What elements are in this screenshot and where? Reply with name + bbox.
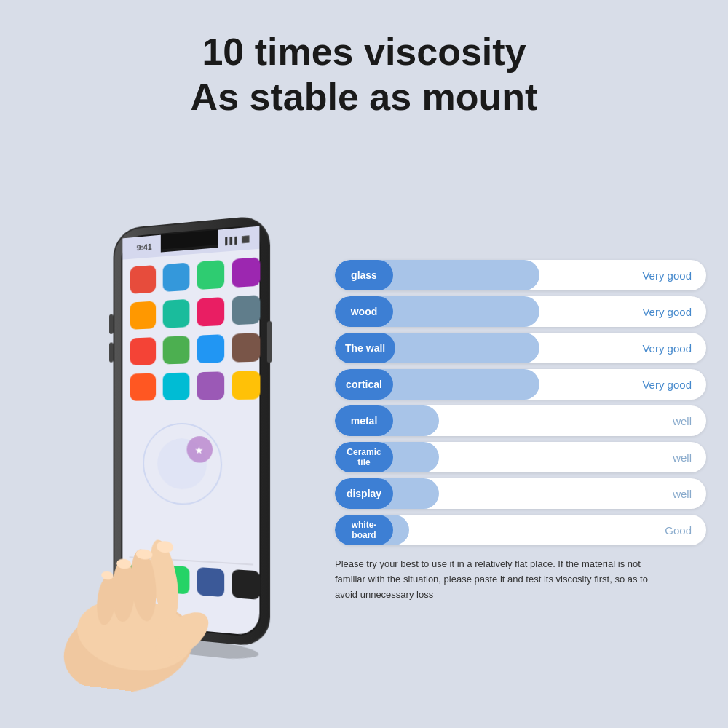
bar-container-4: metalwell: [335, 405, 706, 436]
bar-label-4: metal: [335, 405, 393, 436]
chart-section: glassVery goodwoodVery goodThe wallVery …: [328, 142, 706, 713]
svg-rect-21: [232, 333, 260, 363]
bar-value-3: Very good: [642, 379, 706, 391]
svg-text:★: ★: [194, 445, 203, 456]
svg-rect-19: [163, 336, 190, 365]
bar-row-7: white-boardGood: [335, 515, 706, 545]
bar-label-0: glass: [335, 260, 393, 290]
hand-illustration: [43, 489, 263, 708]
svg-rect-13: [232, 258, 260, 288]
bar-value-1: Very good: [642, 306, 706, 318]
header-section: 10 times viscosity As stable as mount: [191, 0, 538, 135]
bar-container-2: The wallVery good: [335, 333, 706, 363]
bar-row-2: The wallVery good: [335, 333, 706, 363]
bar-container-5: Ceramictilewell: [335, 442, 706, 472]
title-line2: As stable as mount: [191, 76, 538, 118]
main-title: 10 times viscosity As stable as mount: [191, 29, 538, 120]
bar-row-6: displaywell: [335, 478, 706, 509]
svg-rect-24: [197, 372, 224, 400]
svg-rect-17: [232, 296, 260, 325]
bar-row-3: corticalVery good: [335, 369, 706, 400]
svg-rect-18: [130, 337, 157, 365]
svg-rect-20: [197, 335, 224, 364]
svg-rect-15: [163, 299, 190, 328]
bar-value-0: Very good: [642, 269, 706, 282]
svg-rect-22: [130, 373, 157, 401]
svg-rect-35: [109, 314, 113, 334]
bar-value-6: well: [673, 488, 706, 500]
bar-row-0: glassVery good: [335, 260, 706, 290]
bar-value-7: Good: [665, 524, 706, 537]
svg-rect-11: [163, 263, 190, 293]
bar-container-1: woodVery good: [335, 296, 706, 327]
bar-value-4: well: [673, 415, 706, 427]
phone-section: 9:41 ▌▌▌ ⬛: [22, 142, 328, 713]
bar-row-4: metalwell: [335, 405, 706, 436]
bar-container-6: displaywell: [335, 478, 706, 509]
svg-rect-12: [197, 260, 224, 290]
bar-value-5: well: [673, 451, 706, 464]
svg-text:9:41: 9:41: [137, 242, 152, 253]
svg-rect-36: [109, 343, 113, 363]
svg-rect-23: [163, 373, 190, 401]
svg-rect-37: [267, 321, 272, 363]
bar-label-5: Ceramictile: [335, 442, 393, 472]
svg-rect-14: [130, 301, 157, 330]
bar-label-3: cortical: [335, 369, 393, 400]
bar-label-7: white-board: [335, 515, 393, 545]
phone-wrapper: 9:41 ▌▌▌ ⬛: [74, 206, 285, 650]
bar-label-2: The wall: [335, 333, 395, 363]
page-container: 10 times viscosity As stable as mount: [0, 0, 728, 728]
bar-label-6: display: [335, 478, 393, 509]
svg-rect-10: [130, 265, 157, 294]
svg-rect-16: [197, 297, 224, 327]
bar-value-2: Very good: [642, 342, 706, 355]
footnote-text: Please try your best to use it in a rela…: [335, 557, 655, 602]
bar-container-3: corticalVery good: [335, 369, 706, 400]
bar-row-1: woodVery good: [335, 296, 706, 327]
svg-rect-25: [232, 371, 260, 400]
bar-container-7: white-boardGood: [335, 515, 706, 545]
bar-row-5: Ceramictilewell: [335, 442, 706, 472]
bar-container-0: glassVery good: [335, 260, 706, 290]
bar-label-1: wood: [335, 296, 393, 327]
content-area: 9:41 ▌▌▌ ⬛: [0, 135, 728, 728]
title-line1: 10 times viscosity: [202, 31, 526, 73]
